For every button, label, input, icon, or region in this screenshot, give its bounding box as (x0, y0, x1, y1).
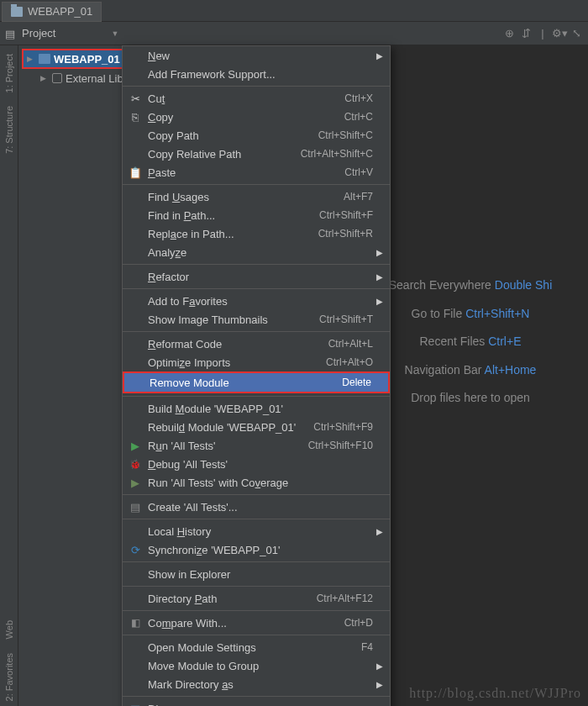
chevron-right-icon: ▶ (376, 51, 383, 61)
menu-move-module-group[interactable]: Move Module to Group▶ (123, 656, 390, 675)
divider-icon: | (536, 27, 549, 40)
library-icon (52, 73, 62, 83)
menu-directory-path[interactable]: Directory PathCtrl+Alt+F12 (123, 589, 390, 608)
nav-bar-link[interactable]: Alt+Home (485, 363, 537, 377)
menu-debug-tests[interactable]: 🐞Debug 'All Tests' (123, 455, 390, 473)
menu-copy-relative-path[interactable]: Copy Relative PathCtrl+Alt+Shift+C (123, 145, 390, 163)
module-name: WEBAPP_01 (54, 53, 120, 66)
search-everywhere-label: Search Everywhere (389, 278, 491, 292)
menu-separator (123, 696, 390, 697)
collapse-icon[interactable]: ⇵ (519, 27, 533, 40)
project-icon: ▤ (5, 28, 17, 40)
folder-icon (11, 7, 23, 17)
menu-rebuild-module[interactable]: Rebuild Module 'WEBAPP_01'Ctrl+Shift+F9 (123, 418, 390, 436)
menu-separator (123, 494, 390, 495)
context-menu: New▶ Add Framework Support... ✂CutCtrl+X… (122, 45, 391, 706)
menu-local-history[interactable]: Local History▶ (123, 522, 390, 540)
goto-file-label: Go to File (412, 307, 463, 320)
menu-separator (123, 331, 390, 332)
menu-separator (123, 635, 390, 635)
left-gutter: 1: Project 7: Structure Web 2: Favorites (0, 45, 18, 706)
menu-separator (123, 586, 390, 587)
menu-separator (123, 86, 390, 87)
menu-diagrams[interactable]: ▦Diagrams▶ (123, 699, 390, 706)
expand-icon[interactable]: ▶ (27, 55, 35, 63)
menu-find-usages[interactable]: Find UsagesAlt+F7 (123, 187, 390, 206)
menu-synchronize[interactable]: ⟳Synchronize 'WEBAPP_01' (123, 540, 390, 559)
chevron-right-icon: ▶ (376, 248, 383, 257)
sync-icon: ⟳ (129, 543, 142, 556)
diagram-icon: ▦ (129, 702, 142, 706)
chevron-right-icon: ▶ (376, 680, 383, 689)
hide-icon[interactable]: ⤡ (570, 27, 583, 40)
project-dropdown-label[interactable]: Project (22, 27, 55, 40)
menu-refactor[interactable]: Refactor▶ (123, 267, 390, 286)
menu-new[interactable]: New▶ (123, 46, 390, 65)
menu-cut[interactable]: ✂CutCtrl+X (123, 89, 390, 108)
target-icon[interactable]: ⊕ (502, 27, 516, 40)
menu-reformat-code[interactable]: Reformat CodeCtrl+Alt+L (123, 335, 390, 353)
menu-remove-module[interactable]: Remove ModuleDelete (124, 373, 388, 392)
menu-create-tests[interactable]: ▤Create 'All Tests'... (123, 498, 390, 516)
project-toolbar: ▤ Project ▼ ⊕ ⇵ | ⚙▾ ⤡ (0, 22, 588, 45)
goto-file-link[interactable]: Ctrl+Shift+N (465, 307, 529, 320)
gutter-web[interactable]: Web (3, 615, 16, 644)
chevron-right-icon: ▶ (376, 272, 383, 282)
copy-icon: ⎘ (129, 110, 142, 124)
editor-tab-bar: WEBAPP_01 (0, 0, 588, 22)
chevron-right-icon: ▶ (376, 297, 383, 306)
menu-separator (123, 396, 390, 397)
recent-files-label: Recent Files (420, 335, 486, 348)
menu-separator (123, 184, 390, 185)
menu-run-coverage[interactable]: ▶Run 'All Tests' with Coverage (123, 473, 390, 492)
menu-show-thumbnails[interactable]: Show Image ThumbnailsCtrl+Shift+T (123, 310, 390, 329)
menu-analyze[interactable]: Analyze▶ (123, 243, 390, 261)
menu-compare-with[interactable]: ◧Compare With...Ctrl+D (123, 614, 390, 632)
menu-separator (123, 561, 390, 562)
remove-module-highlight: Remove ModuleDelete (123, 371, 390, 393)
chevron-right-icon: ▶ (376, 661, 383, 671)
tab-title: WEBAPP_01 (28, 5, 92, 18)
menu-separator (123, 264, 390, 265)
gutter-project[interactable]: 1: Project (3, 49, 16, 97)
menu-add-favorites[interactable]: Add to Favorites▶ (123, 292, 390, 310)
menu-show-explorer[interactable]: Show in Explorer (123, 565, 390, 583)
coverage-icon: ▶ (129, 476, 142, 489)
run-config-icon: ▤ (129, 500, 142, 514)
search-everywhere-link[interactable]: Double Shi (495, 278, 553, 292)
watermark: http://blog.csdn.net/WJJPro (409, 686, 581, 701)
drop-hint: Drop files here to open (411, 391, 530, 404)
menu-paste[interactable]: 📋PasteCtrl+V (123, 163, 390, 182)
editor-tab[interactable]: WEBAPP_01 (2, 2, 102, 22)
menu-replace-in-path[interactable]: Replace in Path...Ctrl+Shift+R (123, 224, 390, 243)
expand-icon[interactable]: ▶ (40, 74, 49, 82)
bug-icon: 🐞 (129, 457, 142, 471)
menu-copy[interactable]: ⎘CopyCtrl+C (123, 108, 390, 126)
gear-icon[interactable]: ⚙▾ (553, 27, 566, 40)
paste-icon: 📋 (129, 166, 142, 179)
gutter-structure[interactable]: 7: Structure (3, 101, 16, 159)
recent-files-link[interactable]: Ctrl+E (488, 335, 521, 348)
diff-icon: ◧ (129, 616, 142, 630)
menu-add-framework[interactable]: Add Framework Support... (123, 65, 390, 83)
scissors-icon: ✂ (129, 92, 142, 105)
module-icon (39, 54, 50, 64)
nav-bar-label: Navigation Bar (405, 363, 482, 377)
menu-separator (123, 519, 390, 519)
menu-separator (123, 288, 390, 289)
menu-run-tests[interactable]: ▶Run 'All Tests'Ctrl+Shift+F10 (123, 436, 390, 455)
menu-optimize-imports[interactable]: Optimize ImportsCtrl+Alt+O (123, 353, 390, 371)
run-icon: ▶ (129, 439, 142, 452)
gutter-favorites[interactable]: 2: Favorites (3, 648, 16, 706)
menu-find-in-path[interactable]: Find in Path...Ctrl+Shift+F (123, 206, 390, 224)
menu-separator (123, 610, 390, 611)
menu-mark-directory[interactable]: Mark Directory as▶ (123, 675, 390, 693)
menu-open-module-settings[interactable]: Open Module SettingsF4 (123, 638, 390, 656)
menu-copy-path[interactable]: Copy PathCtrl+Shift+C (123, 126, 390, 145)
chevron-down-icon[interactable]: ▼ (111, 29, 118, 38)
menu-build-module[interactable]: Build Module 'WEBAPP_01' (123, 399, 390, 418)
chevron-right-icon: ▶ (376, 527, 383, 536)
